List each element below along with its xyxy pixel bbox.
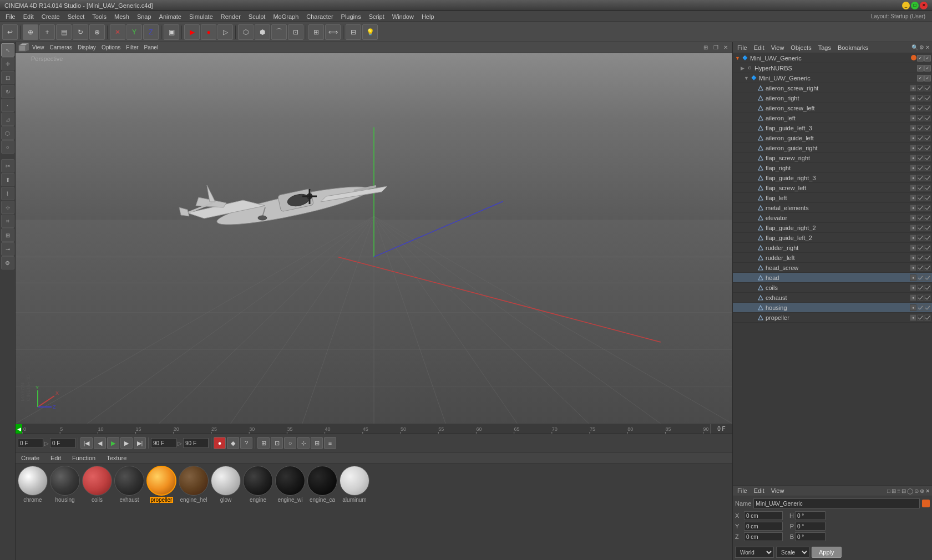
obj-row-head[interactable]: head ●	[733, 273, 932, 283]
attr-icon-6[interactable]: ⊙	[914, 488, 919, 494]
obj-vis-check[interactable]: ✓	[917, 55, 924, 62]
add-button[interactable]: ⊕	[89, 24, 105, 40]
timeline-extra-4[interactable]: ⊹	[297, 437, 310, 449]
material-engine-hel[interactable]: engine_hel	[179, 466, 209, 503]
menu-file[interactable]: File	[2, 12, 19, 21]
obj-mesh-check1-3[interactable]	[917, 115, 924, 121]
record-active-button[interactable]: ●	[214, 437, 226, 449]
menu-mograph[interactable]: MoGraph	[270, 12, 302, 21]
step-forward-button[interactable]: ▶	[120, 437, 133, 449]
apply-button[interactable]: Apply	[812, 547, 842, 558]
obj-search-icon[interactable]: 🔍	[911, 44, 918, 50]
attr-p-rot[interactable]	[795, 522, 825, 531]
obj-mesh-check1-20[interactable]	[917, 284, 924, 291]
obj-row-flap-guide-left-2[interactable]: flap_guide_left_2 ●	[733, 233, 932, 243]
obj-close-icon[interactable]: ✕	[925, 44, 930, 50]
attr-h-rot[interactable]	[795, 511, 825, 520]
obj-mesh-check2-21[interactable]	[924, 294, 931, 301]
obj-objects-menu[interactable]: Objects	[788, 44, 813, 51]
keyframe-button[interactable]: ◆	[227, 437, 239, 449]
obj-mesh-check2-12[interactable]	[924, 205, 931, 211]
menu-mesh[interactable]: Mesh	[111, 12, 133, 21]
timeline-extra-1[interactable]: ⊞	[257, 437, 270, 449]
y-button[interactable]: Y	[126, 24, 142, 40]
material-exhaust[interactable]: exhaust	[114, 466, 144, 503]
viewport-panel-menu[interactable]: Panel	[142, 44, 161, 51]
menu-window[interactable]: Window	[389, 12, 417, 21]
subdivide-button[interactable]: ⬢	[255, 24, 270, 40]
x-button[interactable]: ✕	[110, 24, 125, 40]
goto-start-button[interactable]: |◀	[80, 437, 93, 449]
obj-mesh-check2-2[interactable]	[924, 105, 931, 111]
extrude-tool[interactable]: ⬆	[1, 173, 14, 186]
obj-mesh-check1-12[interactable]	[917, 205, 924, 211]
step-back-button[interactable]: ◀	[94, 437, 106, 449]
attr-view-menu[interactable]: View	[769, 487, 787, 494]
obj-mesh-check1-14[interactable]	[917, 225, 924, 231]
polygon-button[interactable]: ⬡	[238, 24, 254, 40]
obj-row-aileron-guide-left[interactable]: aileron_guide_left ●	[733, 133, 932, 143]
obj-mesh-check2-3[interactable]	[924, 115, 931, 121]
obj-row-mini-uav-root[interactable]: ▼ 🔷 Mini_UAV_Generic ✓ ✓	[733, 53, 932, 63]
obj-row-hypernurbs[interactable]: ▶ ⊙ HyperNURBS ✓ ✓	[733, 63, 932, 73]
attr-icon-1[interactable]: □	[887, 488, 890, 494]
menu-snap[interactable]: Snap	[134, 12, 155, 21]
obj-row-aileron-left[interactable]: aileron_left ●	[733, 113, 932, 123]
material-coils[interactable]: coils	[82, 466, 112, 503]
select-tool[interactable]: ↖	[1, 43, 14, 57]
close-button[interactable]: ✕	[920, 2, 928, 9]
obj-mesh-check1-1[interactable]	[917, 95, 924, 101]
attr-color-swatch[interactable]	[922, 500, 930, 507]
obj-row-flap-guide-left-3[interactable]: flap_guide_left_3 ●	[733, 123, 932, 133]
timeline-current-frame[interactable]	[50, 438, 75, 448]
obj-mesh-check1-5[interactable]	[917, 135, 924, 141]
knife-tool[interactable]: ✂	[1, 159, 14, 172]
material-propeller[interactable]: propeller	[146, 466, 176, 503]
settings-tool[interactable]: ⚙	[1, 256, 14, 269]
obj-mesh-check2-14[interactable]	[924, 225, 931, 231]
obj-mesh-check2-6[interactable]	[924, 145, 931, 151]
obj-mesh-check1-13[interactable]	[917, 215, 924, 221]
material-glow[interactable]: glow	[211, 466, 241, 503]
autokey-button[interactable]: ?	[240, 437, 252, 449]
coord-mode-dropdown[interactable]: Scale Size	[776, 547, 809, 558]
attr-icon-5[interactable]: ◯	[907, 488, 913, 494]
obj-row-propeller[interactable]: propeller ●	[733, 313, 932, 323]
spline-button[interactable]: ⌒	[271, 24, 287, 40]
obj-mesh-check2-10[interactable]	[924, 185, 931, 191]
obj-render-check-sub[interactable]: ✓	[924, 75, 931, 82]
obj-mesh-check2-9[interactable]	[924, 175, 931, 181]
obj-bookmarks-menu[interactable]: Bookmarks	[835, 44, 870, 51]
menu-render[interactable]: Render	[217, 12, 244, 21]
obj-mesh-check1-9[interactable]	[917, 175, 924, 181]
rotate-button[interactable]: ↻	[73, 24, 88, 40]
viewport-icon-2[interactable]: ❐	[711, 43, 720, 52]
light-button[interactable]: 💡	[362, 24, 378, 40]
poly-mode[interactable]: ⬡	[1, 126, 14, 140]
material-housing[interactable]: housing	[50, 466, 80, 503]
menu-help[interactable]: Help	[418, 12, 438, 21]
maximize-button[interactable]: □	[911, 2, 919, 9]
material-engine-ca[interactable]: engine_ca	[307, 466, 337, 503]
timeline-extra-3[interactable]: ○	[284, 437, 296, 449]
material-engine-wi[interactable]: engine_wi	[275, 466, 305, 503]
viewport-icon-1[interactable]: ⊞	[701, 43, 710, 52]
menu-edit[interactable]: Edit	[20, 12, 37, 21]
render-region-button[interactable]: ▣	[164, 24, 179, 40]
array-button[interactable]: ⊞	[308, 24, 324, 40]
obj-row-exhaust[interactable]: exhaust ●	[733, 293, 932, 303]
viewport-display-menu[interactable]: Display	[75, 44, 98, 51]
attr-y-pos[interactable]	[744, 522, 783, 531]
magnet-tool[interactable]: ⊹	[1, 201, 14, 214]
obj-mesh-check2-8[interactable]	[924, 165, 931, 171]
attr-name-input[interactable]	[753, 498, 920, 508]
obj-mesh-check1-0[interactable]	[917, 85, 924, 91]
attr-icon-7[interactable]: ⊕	[920, 488, 924, 494]
obj-mesh-check1-17[interactable]	[917, 254, 924, 261]
obj-view-menu[interactable]: View	[769, 44, 787, 51]
obj-mesh-check1-22[interactable]	[917, 304, 924, 311]
obj-mesh-check2-11[interactable]	[924, 195, 931, 201]
snap-button[interactable]: ⊡	[288, 24, 303, 40]
obj-mesh-check1-23[interactable]	[917, 314, 924, 321]
obj-row-housing[interactable]: housing ●	[733, 303, 932, 313]
